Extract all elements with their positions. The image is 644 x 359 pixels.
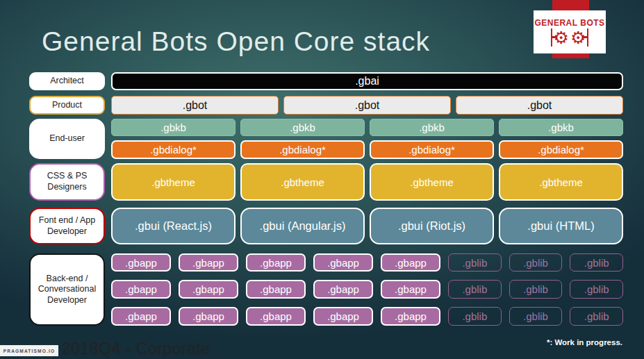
role-label-back-end-conversational-developer: Back-end / Conversational Developer <box>29 253 105 326</box>
role-label-architect: Architect <box>29 72 105 90</box>
footer-version-text: 2018Q4 - Corporate <box>62 340 210 358</box>
row-gbkb: .gbkb .gbkb .gbkb .gbkb <box>111 119 623 136</box>
gear-bar-right <box>587 28 588 47</box>
gbtheme-block: .gbtheme <box>111 163 236 201</box>
gbapp-block: .gbapp <box>381 280 440 299</box>
row-gbapp-2: .gbapp .gbapp .gbapp .gbapp .gbapp .gbli… <box>111 280 623 299</box>
gbui-riot-block: .gbui (Riot.js) <box>370 208 494 244</box>
row-gbui: .gbui (React.js) .gbui (Angular.js) .gbu… <box>111 208 623 244</box>
gbapp-block: .gbapp <box>111 307 171 326</box>
gblib-block: .gblib <box>448 253 502 272</box>
row-gbapp-1: .gbapp .gbapp .gbapp .gbapp .gbapp .gbli… <box>111 253 623 272</box>
gbapp-block: .gbapp <box>111 280 171 299</box>
gbot-block: .gbot <box>111 96 279 115</box>
gbapp-block: .gbapp <box>179 253 238 272</box>
gbapp-block: .gbapp <box>111 253 171 272</box>
row-gbtheme: .gbtheme .gbtheme .gbtheme .gbtheme <box>111 163 623 201</box>
stack-diagram: Architect Product End-user CSS & PS Desi… <box>29 72 623 326</box>
gbapp-block: .gbapp <box>246 280 306 299</box>
gbkb-block: .gbkb <box>240 119 365 136</box>
row-gbai: .gbai <box>111 72 623 90</box>
row-gbdialog: .gbdialog* .gbdialog* .gbdialog* .gbdial… <box>111 140 623 159</box>
gbapp-block: .gbapp <box>246 253 306 272</box>
gblib-block: .gblib <box>509 253 563 272</box>
gbdialog-block: .gbdialog* <box>370 140 494 159</box>
gbkb-block: .gbkb <box>111 119 236 136</box>
gbapp-block: .gbapp <box>246 307 306 326</box>
gbot-block: .gbot <box>283 96 451 115</box>
general-bots-logo: GENERAL BOTS ⚙ ⚙ <box>534 10 606 53</box>
gbapp-block: .gbapp <box>313 307 373 326</box>
gbapp-block: .gbapp <box>381 253 440 272</box>
gbdialog-block: .gbdialog* <box>499 140 623 159</box>
gbot-block: .gbot <box>456 96 623 115</box>
gbdialog-block: .gbdialog* <box>111 140 236 159</box>
gblib-block: .gblib <box>570 280 623 299</box>
row-gbapp-3: .gbapp .gbapp .gbapp .gbapp .gbapp .gbli… <box>111 307 623 326</box>
role-label-end-user: End-user <box>29 119 105 159</box>
gbapp-block: .gbapp <box>381 307 440 326</box>
slide-canvas: General Bots Open Core stack GENERAL BOT… <box>0 0 644 359</box>
pragmatismo-logo: PRAGMATISMO.IO <box>0 345 58 356</box>
gears-icon: ⚙ ⚙ <box>551 28 589 47</box>
gear-bar-left <box>551 28 552 47</box>
gbapp-block: .gbapp <box>179 280 238 299</box>
gbapp-block: .gbapp <box>313 280 373 299</box>
gblib-block: .gblib <box>448 280 502 299</box>
gblib-block: .gblib <box>509 307 563 326</box>
gbdialog-block: .gbdialog* <box>240 140 365 159</box>
gbapp-block: .gbapp <box>179 307 238 326</box>
gbapp-block: .gbapp <box>313 253 373 272</box>
gbtheme-block: .gbtheme <box>370 163 494 201</box>
page-title: General Bots Open Core stack <box>42 26 430 57</box>
gbui-angular-block: .gbui (Angular.js) <box>240 208 365 244</box>
gbtheme-block: .gbtheme <box>240 163 365 201</box>
gblib-block: .gblib <box>509 280 563 299</box>
gbui-html-block: .gbui (HTML) <box>499 208 623 244</box>
gblib-block: .gblib <box>570 253 623 272</box>
gbkb-block: .gbkb <box>370 119 494 136</box>
role-label-front-end-app-developer: Font end / App Developer <box>29 208 105 244</box>
gbkb-block: .gbkb <box>499 119 623 136</box>
gbui-react-block: .gbui (React.js) <box>111 208 236 244</box>
gblib-block: .gblib <box>448 307 502 326</box>
role-label-product: Product <box>29 96 105 115</box>
logo-wordmark: GENERAL BOTS <box>534 18 604 28</box>
role-label-css-ps-designers: CSS & PS Designers <box>29 163 105 201</box>
gblib-block: .gblib <box>570 307 623 326</box>
row-gbot: .gbot .gbot .gbot <box>111 96 623 115</box>
gbai-block: .gbai <box>111 72 623 90</box>
work-in-progress-footnote: *: Work in progress. <box>547 338 622 347</box>
gbtheme-block: .gbtheme <box>499 163 623 201</box>
